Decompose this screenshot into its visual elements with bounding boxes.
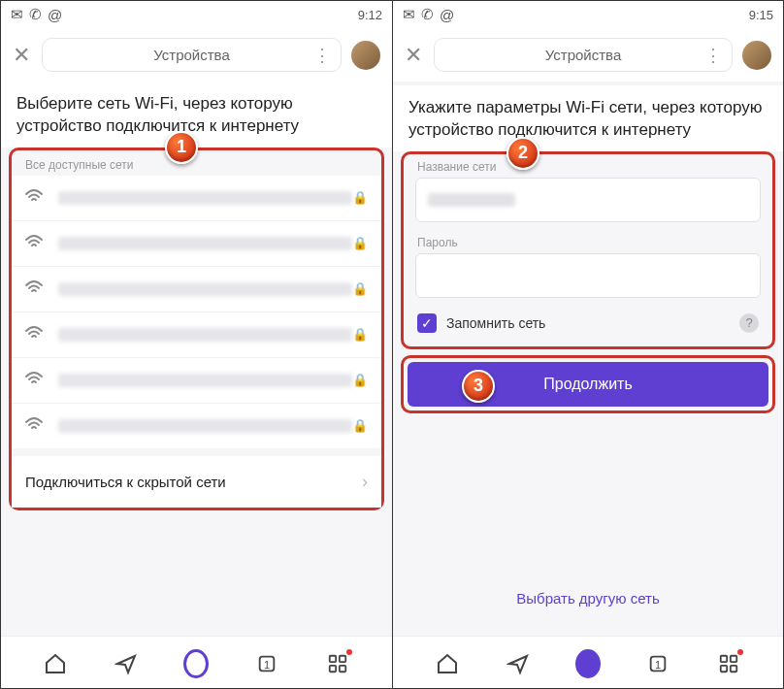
status-icons-left: ✉ ✆ @ [403, 6, 454, 23]
svg-rect-4 [329, 665, 335, 671]
home-icon[interactable] [435, 651, 460, 676]
network-name-blurred [58, 282, 352, 296]
network-list: 🔒 🔒 🔒 [12, 176, 381, 448]
network-name-label: Название сети [404, 154, 772, 178]
more-icon[interactable]: ⋮ [313, 47, 331, 64]
notification-dot [737, 649, 743, 655]
svg-rect-5 [340, 665, 345, 671]
annotation-badge-1: 1 [165, 131, 198, 164]
chevron-right-icon: › [362, 472, 368, 492]
network-name-input[interactable] [415, 178, 761, 222]
page-heading: Укажите параметры Wi-Fi сети, через кото… [393, 85, 783, 151]
avatar[interactable] [742, 41, 771, 70]
svg-text:1: 1 [264, 658, 270, 670]
network-name-value-blurred [428, 193, 515, 207]
close-icon[interactable]: ✕ [405, 43, 424, 68]
avatar[interactable] [351, 41, 380, 70]
mail-icon: ✉ [11, 6, 23, 23]
wifi-icon [25, 235, 45, 252]
send-icon[interactable] [506, 651, 531, 676]
notification-dot [346, 649, 352, 655]
form-highlight: 2 Название сети Пароль ✓ Запомнить сеть … [401, 151, 775, 349]
lock-icon: 🔒 [352, 236, 368, 250]
wifi-icon [25, 280, 45, 298]
more-icon[interactable]: ⋮ [704, 47, 722, 64]
networks-highlight: 1 Все доступные сети 🔒 🔒 [9, 148, 384, 510]
apps-icon[interactable] [716, 651, 741, 676]
svg-rect-11 [731, 665, 736, 671]
whatsapp-icon: ✆ [421, 6, 434, 23]
navbar: ✕ Устройства ⋮ [393, 28, 783, 82]
remember-row: ✓ Запомнить сеть ? [404, 306, 772, 343]
navbar: ✕ Устройства ⋮ [1, 28, 392, 82]
choose-other-network[interactable]: Выбрать другую сеть [393, 590, 783, 636]
svg-rect-2 [329, 655, 335, 661]
tabs-icon[interactable]: 1 [645, 651, 670, 676]
network-name-blurred [58, 419, 352, 433]
at-icon: @ [48, 7, 62, 23]
navbar-title-pill[interactable]: Устройства ⋮ [42, 38, 342, 72]
other-network-label: Выбрать другую сеть [516, 590, 659, 607]
lock-icon: 🔒 [352, 281, 368, 296]
password-input[interactable] [415, 253, 761, 298]
annotation-badge-2: 2 [506, 137, 539, 170]
apps-icon[interactable] [325, 651, 350, 676]
close-icon[interactable]: ✕ [13, 43, 32, 68]
help-icon[interactable]: ? [739, 313, 759, 333]
svg-rect-8 [721, 655, 727, 661]
send-icon[interactable] [114, 651, 139, 676]
lock-icon: 🔒 [352, 190, 368, 205]
whatsapp-icon: ✆ [29, 6, 42, 23]
status-time: 9:15 [749, 8, 773, 22]
content: Укажите параметры Wi-Fi сети, через кото… [393, 82, 783, 636]
network-name-blurred [58, 191, 352, 205]
hidden-network-label: Подключиться к скрытой сети [25, 474, 226, 490]
remember-label: Запомнить сеть [446, 315, 545, 331]
network-item[interactable]: 🔒 [12, 267, 381, 312]
bottom-bar: 1 [1, 636, 392, 689]
network-name-blurred [58, 237, 352, 250]
network-item[interactable]: 🔒 [12, 176, 381, 221]
remember-checkbox[interactable]: ✓ [417, 313, 437, 333]
network-name-blurred [58, 328, 352, 342]
svg-text:1: 1 [655, 658, 661, 670]
status-bar: ✉ ✆ @ 9:12 [1, 1, 392, 28]
alice-icon[interactable] [575, 651, 601, 676]
navbar-title: Устройства [153, 47, 229, 63]
home-icon[interactable] [43, 651, 68, 676]
wifi-icon [25, 326, 45, 344]
svg-rect-9 [731, 655, 736, 661]
network-item[interactable]: 🔒 [12, 312, 381, 358]
connect-hidden-network[interactable]: Подключиться к скрытой сети › [12, 456, 381, 508]
mail-icon: ✉ [403, 6, 415, 23]
bottom-bar: 1 [393, 636, 783, 689]
status-time: 9:12 [358, 8, 382, 22]
screen-left: ✉ ✆ @ 9:12 ✕ Устройства ⋮ Выберите сеть … [1, 1, 392, 689]
lock-icon: 🔒 [352, 327, 368, 342]
network-item[interactable]: 🔒 [12, 358, 381, 404]
lock-icon: 🔒 [352, 373, 368, 387]
wifi-icon [25, 417, 45, 435]
svg-rect-10 [721, 665, 727, 671]
tabs-icon[interactable]: 1 [254, 651, 279, 676]
continue-highlight: 3 Продолжить [401, 355, 775, 413]
wifi-icon [25, 372, 45, 389]
network-name-blurred [58, 374, 352, 387]
continue-label: Продолжить [543, 376, 632, 393]
alice-icon[interactable] [183, 651, 209, 676]
network-item[interactable]: 🔒 [12, 404, 381, 448]
lock-icon: 🔒 [352, 418, 368, 433]
navbar-title: Устройства [545, 47, 621, 63]
svg-rect-3 [340, 655, 345, 661]
navbar-title-pill[interactable]: Устройства ⋮ [434, 38, 733, 72]
content: Выберите сеть Wi-Fi, через которую устро… [1, 82, 392, 636]
at-icon: @ [440, 7, 454, 23]
password-label: Пароль [404, 230, 772, 253]
status-bar: ✉ ✆ @ 9:15 [393, 1, 783, 28]
network-item[interactable]: 🔒 [12, 221, 381, 267]
status-icons-left: ✉ ✆ @ [11, 6, 62, 23]
page-heading: Выберите сеть Wi-Fi, через которую устро… [1, 82, 392, 148]
wifi-icon [25, 189, 45, 207]
annotation-badge-3: 3 [462, 370, 495, 403]
screen-right: ✉ ✆ @ 9:15 ✕ Устройства ⋮ Укажите параме… [392, 1, 783, 689]
